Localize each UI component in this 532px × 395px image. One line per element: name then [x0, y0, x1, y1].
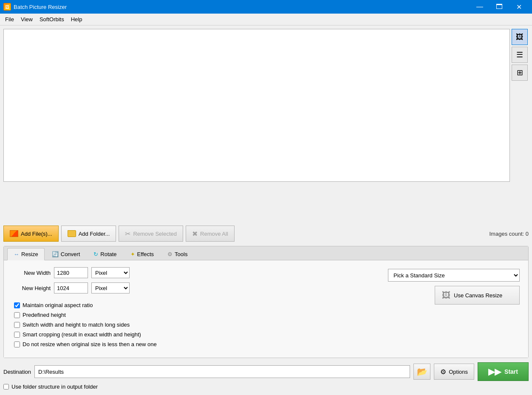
height-input[interactable]: [54, 282, 88, 293]
title-bar: 🖼 Batch Picture Resizer — 🗖 ✕: [0, 0, 532, 14]
tab-resize[interactable]: ↔ Resize: [7, 248, 45, 260]
predefined-height-checkbox[interactable]: [14, 312, 20, 318]
standard-size-select[interactable]: Pick a Standard Size 640x480 800x600 102…: [388, 269, 520, 282]
switch-width-height-label[interactable]: Switch width and height to match long si…: [23, 322, 130, 328]
browse-destination-button[interactable]: 📂: [413, 364, 430, 380]
tools-tab-icon: ⚙: [167, 251, 173, 257]
resize-right-panel: Pick a Standard Size 640x480 800x600 102…: [388, 267, 520, 351]
bottom-bar: Destination 📂 ⚙ Options ▶▶ Start Use fol…: [3, 361, 529, 392]
remove-selected-icon: ✂: [125, 230, 130, 238]
width-row: New Width Pixel Percent cm mm inch: [12, 267, 379, 278]
main-content: 🖼 ☰ ⊞ Add File(s)... Add Folder... ✂ Rem…: [0, 25, 532, 395]
smart-cropping-label[interactable]: Smart cropping (result in exact width an…: [23, 331, 141, 338]
view-mode-buttons: 🖼 ☰ ⊞: [512, 29, 529, 221]
minimize-button[interactable]: —: [470, 0, 490, 14]
images-count: Images count: 0: [490, 231, 529, 237]
image-area-container: 🖼 ☰ ⊞: [3, 29, 529, 221]
resize-tab-icon: ↔: [14, 251, 19, 257]
file-toolbar: Add File(s)... Add Folder... ✂ Remove Se…: [3, 224, 529, 243]
folder-structure-row: Use folder structure in output folder: [3, 384, 529, 390]
tab-effects[interactable]: ✦ Effects: [124, 248, 161, 260]
gear-icon: ⚙: [440, 368, 446, 376]
tabs-header: ↔ Resize 🔄 Convert ↻ Rotate ✦ Effects ⚙ …: [4, 246, 528, 260]
app-icon: 🖼: [3, 3, 11, 11]
predefined-height-row: Predefined height: [12, 312, 379, 318]
do-not-resize-label[interactable]: Do not resize when original size is less…: [23, 341, 157, 347]
menu-softorbits[interactable]: SoftOrbits: [36, 14, 68, 24]
width-label: New Width: [12, 270, 51, 276]
maintain-aspect-checkbox[interactable]: [14, 302, 20, 308]
folder-structure-label[interactable]: Use folder structure in output folder: [11, 384, 98, 390]
add-folder-icon: [68, 230, 76, 237]
menu-bar: File View SoftOrbits Help: [0, 14, 532, 25]
smart-cropping-row: Smart cropping (result in exact width an…: [12, 331, 379, 338]
height-label: New Height: [12, 285, 51, 291]
tab-rotate[interactable]: ↻ Rotate: [87, 248, 123, 260]
resize-form: New Width Pixel Percent cm mm inch New H…: [12, 267, 520, 351]
maximize-button[interactable]: 🗖: [490, 0, 509, 14]
width-input[interactable]: [54, 267, 88, 278]
thumbnail-icon: 🖼: [516, 33, 524, 42]
start-button[interactable]: ▶▶ Start: [478, 362, 529, 381]
window-controls: — 🗖 ✕: [470, 0, 529, 14]
maintain-aspect-label[interactable]: Maintain original aspect ratio: [23, 302, 93, 308]
menu-help[interactable]: Help: [68, 14, 86, 24]
height-unit-select[interactable]: Pixel Percent cm mm inch: [91, 282, 130, 293]
width-unit-select[interactable]: Pixel Percent cm mm inch: [91, 267, 130, 278]
menu-view[interactable]: View: [17, 14, 36, 24]
do-not-resize-checkbox[interactable]: [14, 341, 20, 347]
menu-file[interactable]: File: [2, 14, 17, 24]
smart-cropping-checkbox[interactable]: [14, 332, 20, 338]
options-button[interactable]: ⚙ Options: [434, 364, 474, 380]
tab-convert[interactable]: 🔄 Convert: [45, 248, 87, 260]
do-not-resize-row: Do not resize when original size is less…: [12, 341, 379, 347]
switch-width-height-row: Switch width and height to match long si…: [12, 322, 379, 328]
height-row: New Height Pixel Percent cm mm inch: [12, 282, 379, 293]
thumbnail-view-button[interactable]: 🖼: [512, 29, 528, 45]
switch-width-height-checkbox[interactable]: [14, 322, 20, 328]
add-folder-button[interactable]: Add Folder...: [61, 226, 116, 242]
grid-view-button[interactable]: ⊞: [512, 65, 528, 81]
tab-tools[interactable]: ⚙ Tools: [161, 248, 194, 260]
destination-input[interactable]: [34, 365, 410, 378]
resize-tab-content: New Width Pixel Percent cm mm inch New H…: [4, 260, 528, 358]
effects-tab-icon: ✦: [130, 251, 135, 257]
add-files-button[interactable]: Add File(s)...: [3, 226, 59, 242]
remove-selected-button[interactable]: ✂ Remove Selected: [119, 226, 183, 242]
folder-structure-checkbox[interactable]: [3, 384, 9, 389]
list-view-button[interactable]: ☰: [512, 47, 528, 63]
rotate-tab-icon: ↻: [93, 251, 98, 257]
destination-label: Destination: [3, 369, 31, 375]
image-preview-area: [3, 29, 510, 182]
app-title: Batch Picture Resizer: [14, 4, 470, 10]
remove-all-icon: ✖: [192, 230, 198, 238]
resize-left-panel: New Width Pixel Percent cm mm inch New H…: [12, 267, 379, 351]
canvas-resize-button[interactable]: 🖼 Use Canvas Resize: [435, 286, 520, 305]
destination-row: Destination 📂 ⚙ Options ▶▶ Start: [3, 362, 529, 381]
grid-icon: ⊞: [517, 68, 523, 77]
convert-tab-icon: 🔄: [52, 251, 59, 257]
remove-all-button[interactable]: ✖ Remove All: [186, 226, 235, 242]
list-icon: ☰: [516, 50, 523, 59]
predefined-height-label[interactable]: Predefined height: [23, 312, 66, 318]
add-files-icon: [10, 230, 18, 237]
canvas-resize-icon: 🖼: [442, 291, 450, 300]
browse-icon: 📂: [417, 367, 427, 377]
maintain-aspect-row: Maintain original aspect ratio: [12, 302, 379, 308]
start-arrow-icon: ▶▶: [488, 367, 501, 377]
function-tabs-panel: ↔ Resize 🔄 Convert ↻ Rotate ✦ Effects ⚙ …: [3, 246, 529, 358]
close-button[interactable]: ✕: [509, 0, 529, 14]
